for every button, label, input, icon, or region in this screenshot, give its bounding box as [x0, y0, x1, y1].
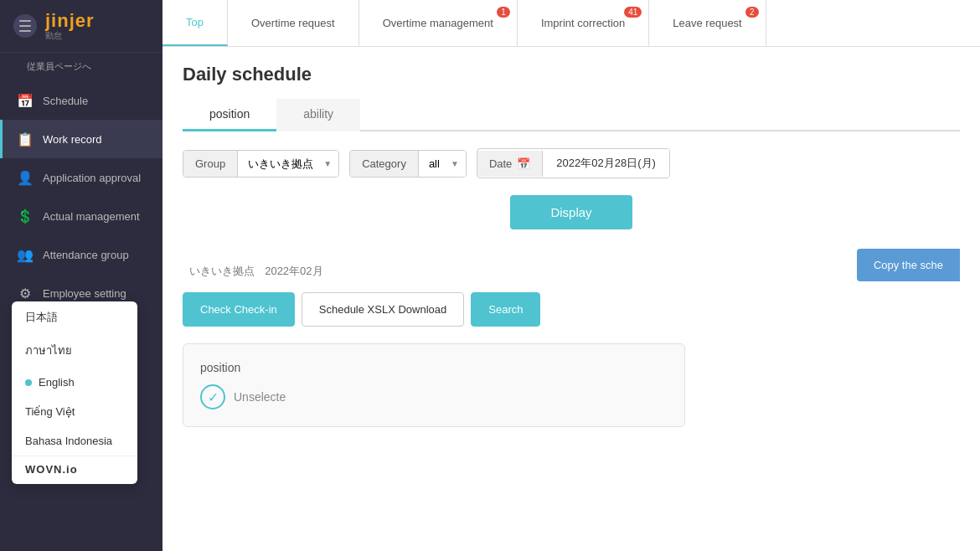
calendar-icon: 📅 — [16, 91, 34, 110]
action-row: Check Check-in Schedule XSLX Download Se… — [183, 292, 960, 327]
gear-icon: ⚙ — [16, 284, 34, 302]
position-card-title: position — [200, 361, 668, 374]
tab-label: Top — [186, 16, 204, 28]
logo-area: jinjer 勤怠 — [45, 10, 95, 42]
tab-imprint-correction[interactable]: Imprint correction 41 — [518, 0, 649, 46]
sub-tabs: position ability — [183, 99, 960, 131]
tab-label: Imprint correction — [541, 17, 625, 29]
sidebar-item-label: Employee setting — [43, 287, 126, 300]
lang-item-vietnamese[interactable]: Tiếng Việt — [12, 397, 137, 426]
page-title: Daily schedule — [183, 64, 960, 85]
sidebar-item-label: Work record — [43, 133, 102, 146]
lang-label: Bahasa Indonesia — [25, 435, 112, 447]
date-value: 2022年02月28日(月) — [543, 149, 669, 178]
sidebar-item-label: Actual management — [43, 210, 140, 223]
top-tabs: Top Overtime request Overtime management… — [162, 0, 980, 47]
tab-top[interactable]: Top — [162, 0, 228, 46]
sub-tab-ability[interactable]: ability — [276, 99, 360, 131]
lang-item-english[interactable]: English — [12, 368, 137, 397]
tab-label: Overtime request — [251, 17, 335, 29]
dollar-icon: 💲 — [16, 207, 34, 225]
main-area: Top Overtime request Overtime management… — [162, 0, 980, 551]
employee-page-link[interactable]: 従業員ページへ — [13, 54, 105, 75]
sidebar-item-actual-management[interactable]: 💲 Actual management — [0, 197, 162, 235]
filter-row: Group いきいき拠点 Category all Date — [183, 148, 960, 178]
sidebar-header: jinjer 勤怠 — [0, 0, 162, 53]
position-value: Unselecte — [234, 390, 286, 404]
tab-overtime-management[interactable]: Overtime management 1 — [359, 0, 518, 46]
section-header: いきいき拠点 2022年02月 — [183, 263, 960, 279]
lang-label: Tiếng Việt — [25, 405, 75, 418]
sidebar-item-label: Schedule — [43, 95, 88, 107]
sub-tab-label: ability — [303, 107, 333, 121]
sidebar-item-label: Attendance group — [43, 249, 129, 261]
category-select-wrap: all — [419, 151, 466, 177]
lang-label: ภาษาไทย — [25, 342, 72, 359]
wovn-logo: WOVN.io — [12, 456, 137, 484]
sidebar: jinjer 勤怠 従業員ページへ 📅 Schedule 📋 Work reco… — [0, 0, 162, 551]
tab-overtime-request[interactable]: Overtime request — [228, 0, 359, 46]
selected-indicator — [25, 379, 32, 386]
lang-label: 日本語 — [25, 310, 58, 325]
tab-leave-request[interactable]: Leave request 2 — [649, 0, 766, 46]
group-filter: Group いきいき拠点 — [183, 150, 339, 178]
position-check-icon: ✓ — [200, 384, 225, 409]
sub-tab-label: position — [209, 107, 250, 121]
logo-text: jinjer — [45, 10, 95, 32]
tab-badge-imprint-correction: 41 — [624, 7, 642, 18]
date-label-text: Date — [489, 157, 512, 170]
category-select[interactable]: all — [419, 151, 466, 177]
section-title: いきいき拠点 — [189, 265, 255, 277]
group-select[interactable]: いきいき拠点 — [238, 151, 338, 177]
schedule-download-button[interactable]: Schedule XSLX Download — [302, 292, 465, 327]
category-label: Category — [350, 151, 419, 177]
sidebar-item-schedule[interactable]: 📅 Schedule — [0, 81, 162, 120]
sub-tab-position[interactable]: position — [183, 99, 276, 131]
logo-sub: 勤怠 — [45, 30, 62, 42]
sidebar-item-application-approval[interactable]: 👤 Application approval — [0, 158, 162, 197]
clipboard-icon: 📋 — [16, 130, 34, 148]
sidebar-item-attendance-group[interactable]: 👥 Attendance group — [0, 235, 162, 274]
copy-schedule-button[interactable]: Copy the sche — [857, 249, 960, 281]
calendar-date-icon: 📅 — [517, 157, 530, 170]
lang-label: English — [39, 376, 75, 389]
group-icon: 👥 — [16, 245, 34, 264]
sidebar-item-work-record[interactable]: 📋 Work record — [0, 120, 162, 158]
section-subtitle: 2022年02月 — [265, 265, 322, 277]
tab-label: Overtime management — [383, 17, 493, 29]
display-button[interactable]: Display — [510, 195, 632, 229]
lang-item-indonesian[interactable]: Bahasa Indonesia — [12, 426, 137, 456]
group-label: Group — [183, 151, 238, 177]
content-area: Daily schedule position ability Group いき… — [162, 47, 980, 551]
language-dropdown: 日本語 ภาษาไทย English Tiếng Việt Bahasa In… — [12, 301, 137, 484]
tab-badge-leave-request: 2 — [745, 7, 759, 18]
check-checkin-button[interactable]: Check Check-in — [183, 292, 295, 327]
position-card: position ✓ Unselecte — [183, 343, 685, 427]
date-label: Date 📅 — [477, 151, 543, 177]
sidebar-item-label: Application approval — [43, 172, 141, 184]
category-filter: Category all — [349, 150, 467, 178]
person-icon: 👤 — [16, 168, 34, 187]
group-select-wrap: いきいき拠点 — [238, 151, 338, 177]
lang-item-japanese[interactable]: 日本語 — [12, 301, 137, 333]
action-row-wrapper: Check Check-in Schedule XSLX Download Se… — [183, 292, 960, 327]
tab-label: Leave request — [673, 17, 741, 29]
position-select-row: ✓ Unselecte — [200, 384, 668, 409]
lang-item-thai[interactable]: ภาษาไทย — [12, 333, 137, 368]
tab-badge-overtime-management: 1 — [497, 7, 510, 18]
search-button[interactable]: Search — [471, 292, 540, 327]
hamburger-menu-icon[interactable] — [13, 14, 37, 38]
date-filter[interactable]: Date 📅 2022年02月28日(月) — [477, 148, 670, 178]
